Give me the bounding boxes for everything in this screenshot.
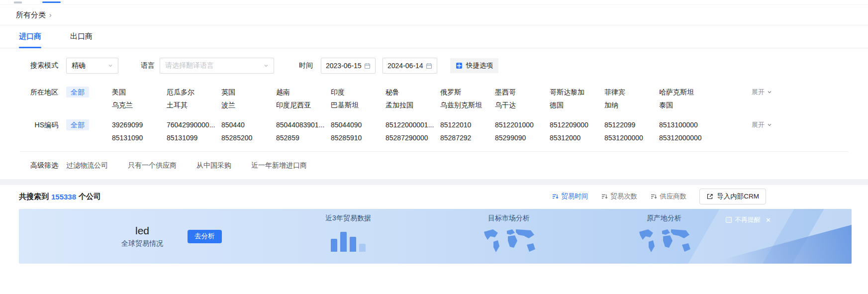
hscode-all-tag[interactable]: 全部 [66, 119, 89, 130]
advanced-filter-option[interactable]: 从中国采购 [196, 161, 231, 170]
quick-options-button[interactable]: 快捷选项 [450, 58, 498, 73]
hscode-tag[interactable]: 39269099 [112, 118, 167, 131]
tab-exporters[interactable]: 出口商 [70, 25, 93, 48]
close-icon[interactable]: ✕ [766, 216, 771, 224]
hscode-label: HS编码 [27, 118, 58, 131]
hscode-tag[interactable]: 8512201000 [495, 118, 550, 131]
region-tag[interactable]: 越南 [276, 86, 331, 98]
region-expand-label: 展开 [752, 86, 765, 98]
hscode-tag[interactable]: 85312000 [550, 131, 604, 144]
hscode-tag[interactable]: 85131090 [112, 131, 167, 144]
analyze-button[interactable]: 去分析 [188, 230, 222, 243]
date-to-input[interactable]: 2024-06-14 [383, 58, 437, 74]
region-tag[interactable]: 秘鲁 [386, 86, 440, 98]
sort-icon [552, 193, 559, 200]
sort-trade-time-label: 贸易时间 [561, 192, 588, 201]
hscode-tag[interactable]: 8512209000 [550, 118, 604, 131]
region-filter-row: 所在地区 全部 美国厄瓜多尔英国越南印度秘鲁俄罗斯墨西哥哥斯达黎加菲律宾哈萨克斯… [0, 86, 868, 111]
banner-keyword-group: led 全球贸易情况 去分析 [110, 209, 222, 264]
date-from-input[interactable]: 2023-06-15 [321, 58, 376, 74]
hscode-tag[interactable]: 852859 [276, 131, 331, 144]
tab-importers[interactable]: 进口商 [19, 25, 41, 48]
import-crm-label: 导入内部CRM [717, 192, 759, 201]
banner-item-origin: 原产地分析 [629, 214, 699, 256]
banner-item-trade-data: 近3年贸易数据 [313, 214, 383, 252]
sort-supplier-count[interactable]: 供应商数 [650, 192, 686, 201]
region-tag[interactable]: 厄瓜多尔 [167, 86, 221, 98]
banner-item-label: 原产地分析 [647, 214, 681, 223]
hscode-tag[interactable]: 85122000001... [386, 118, 440, 131]
region-expand-link[interactable]: 展开 [752, 86, 772, 98]
advanced-filter-option[interactable]: 只有一个供应商 [128, 161, 177, 170]
sort-trade-time[interactable]: 贸易时间 [552, 192, 588, 201]
breadcrumb[interactable]: 所有分类 › [16, 10, 52, 20]
chevron-down-icon [108, 63, 113, 68]
hscode-tag[interactable]: 850440 [221, 118, 276, 131]
banner-keyword: led [110, 224, 175, 237]
language-label: 语言 [141, 61, 155, 70]
import-crm-button[interactable]: 导入内部CRM [699, 189, 766, 204]
hscode-tag[interactable]: 85287292 [440, 131, 495, 144]
cropped-tab-text [14, 1, 22, 3]
banner-subtitle: 全球贸易情况 [110, 239, 175, 248]
region-tag[interactable]: 加纳 [604, 98, 659, 111]
hscode-tag-grid: 3926909976042990000...85044085044083901.… [112, 118, 714, 144]
region-tag[interactable]: 哥斯达黎加 [550, 86, 604, 98]
hscode-tag[interactable]: 85312000000 [659, 131, 714, 144]
chevron-down-icon [767, 90, 772, 95]
breadcrumb-arrow-icon: › [49, 11, 52, 18]
advanced-filter-row: 高级筛选 过滤物流公司只有一个供应商从中国采购近一年新增进口商 [0, 159, 868, 172]
region-tag[interactable]: 美国 [112, 86, 167, 98]
page: 所有分类 › 进口商 出口商 搜索模式 精确 语言 请选择翻译语言 [0, 0, 868, 288]
banner-item-label: 目标市场分析 [488, 214, 530, 223]
active-tab-indicator [42, 1, 61, 3]
date-to-value: 2024-06-14 [387, 62, 423, 70]
sort-icon [601, 193, 608, 200]
hscode-expand-link[interactable]: 展开 [752, 118, 772, 131]
region-tag[interactable]: 乌干达 [495, 98, 550, 111]
world-map-icon [636, 227, 692, 256]
hscode-tag[interactable]: 85131099 [167, 131, 221, 144]
region-tag[interactable]: 墨西哥 [495, 86, 550, 98]
hscode-tag[interactable]: 85299090 [495, 131, 550, 144]
advanced-filter-option[interactable]: 近一年新增进口商 [251, 161, 307, 170]
analysis-banner: led 全球贸易情况 去分析 近3年贸易数据 目标市场分析 [19, 209, 852, 264]
hscode-tag[interactable]: 85122099 [604, 118, 659, 131]
sort-trade-count[interactable]: 贸易次数 [601, 192, 637, 201]
hscode-tag[interactable]: 85285200 [221, 131, 276, 144]
dont-remind-checkbox[interactable] [726, 217, 732, 223]
region-tag[interactable]: 哈萨克斯坦 [659, 86, 714, 98]
hscode-tag[interactable]: 85122010 [440, 118, 495, 131]
region-tag[interactable]: 印度尼西亚 [276, 98, 331, 111]
region-tag[interactable]: 乌兹别克斯坦 [440, 98, 495, 111]
hscode-tag[interactable]: 85044083901... [276, 118, 331, 131]
region-tag[interactable]: 泰国 [659, 98, 714, 111]
hscode-tag[interactable]: 76042990000... [167, 118, 221, 131]
quick-options-label: 快捷选项 [466, 61, 493, 70]
region-tag[interactable]: 乌克兰 [112, 98, 167, 111]
region-all-tag[interactable]: 全部 [66, 87, 89, 98]
region-tag[interactable]: 菲律宾 [604, 86, 659, 98]
hscode-expand-label: 展开 [752, 118, 765, 131]
hscode-tag[interactable]: 85285910 [331, 131, 386, 144]
hscode-tag[interactable]: 85287290000 [386, 131, 440, 144]
region-tag[interactable]: 土耳其 [167, 98, 221, 111]
hscode-tag[interactable]: 85044090 [331, 118, 386, 131]
region-tag[interactable]: 印度 [331, 86, 386, 98]
search-mode-select[interactable]: 精确 [66, 58, 118, 74]
region-tag[interactable]: 德国 [550, 98, 604, 111]
advanced-filter-option[interactable]: 过滤物流公司 [66, 161, 108, 170]
banner-item-label: 近3年贸易数据 [325, 214, 371, 223]
language-select[interactable]: 请选择翻译语言 [160, 58, 274, 74]
hscode-tag[interactable]: 8513100000 [659, 118, 714, 131]
hscode-tag[interactable]: 8531200000 [604, 131, 659, 144]
region-tag[interactable]: 波兰 [221, 98, 276, 111]
region-tag[interactable]: 俄罗斯 [440, 86, 495, 98]
region-tag[interactable]: 英国 [221, 86, 276, 98]
grid-icon [456, 62, 463, 69]
results-count-number: 155338 [51, 193, 76, 201]
breadcrumb-label: 所有分类 [16, 10, 46, 20]
sort-supplier-count-label: 供应商数 [660, 192, 686, 201]
region-tag[interactable]: 巴基斯坦 [331, 98, 386, 111]
region-tag[interactable]: 孟加拉国 [386, 98, 440, 111]
